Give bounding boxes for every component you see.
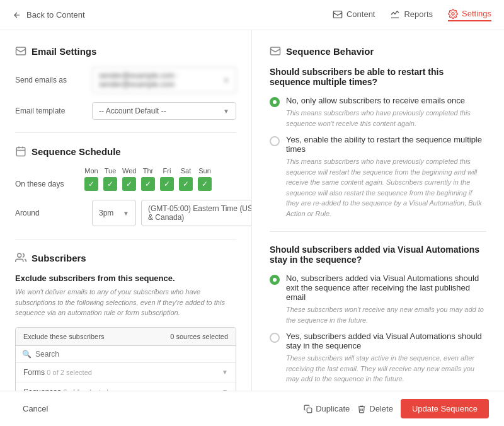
radio-va-stay-circle[interactable] (270, 333, 280, 343)
subscribers-title: Subscribers (32, 253, 86, 263)
subscribers-icon (15, 252, 26, 263)
days-row: On these days Mon Tue Wed Thr Fri Sat Su… (15, 167, 236, 191)
email-settings-title: Email Settings (32, 46, 96, 57)
nav-reports-label: Reports (404, 9, 433, 19)
search-icon: 🔍 (22, 350, 32, 359)
radio-no-restart-content: No, only allow subscribers to receive em… (286, 96, 486, 129)
left-panel: Email Settings Send emails as sender@exa… (0, 30, 252, 391)
send-emails-row: Send emails as sender@example.com · send… (15, 67, 236, 93)
radio-yes-restart-content: Yes, enable the ability to restart the s… (286, 135, 486, 219)
radio-va-exit-content: No, subscribers added via Visual Automat… (286, 273, 486, 325)
subscribers-section: Subscribers Exclude subscribers from thi… (15, 252, 236, 391)
day-label-wed: Wed (122, 167, 136, 175)
footer: Cancel Duplicate Delete Update Sequence (0, 391, 504, 426)
exclude-title: Exclude subscribers from this sequence. (15, 273, 236, 283)
duplicate-label: Duplicate (316, 404, 350, 413)
radio-option-va-stay[interactable]: Yes, subscribers added via Visual Automa… (270, 331, 486, 384)
email-icon (333, 9, 343, 20)
send-emails-select[interactable]: sender@example.com · sender@example.com … (92, 67, 236, 93)
around-selects: 3pm ▼ (GMT-05:00) Eastern Time (US & Can… (92, 200, 252, 226)
filter-forms-label: Forms 0 of 2 selected (23, 368, 92, 377)
right-panel: Sequence Behavior Should subscribers be … (252, 30, 504, 391)
back-button[interactable]: Back to Content (13, 10, 85, 20)
nav-settings[interactable]: Settings (448, 9, 491, 21)
day-label-sun: Sun (198, 167, 212, 175)
radio-no-restart-label: No, only allow subscribers to receive em… (286, 96, 486, 105)
duplicate-icon (304, 405, 312, 413)
sequence-schedule-title: Sequence Schedule (32, 146, 121, 157)
nav-settings-label: Settings (462, 9, 491, 18)
question2: Should subscribers added via Visual Auto… (270, 245, 486, 265)
svg-rect-5 (307, 408, 312, 413)
day-checkboxes: ✓ ✓ ✓ ✓ ✓ ✓ ✓ (84, 177, 212, 191)
send-emails-label: Send emails as (15, 76, 84, 84)
nav-content-label: Content (346, 9, 375, 19)
question1: Should subscribers be able to restart th… (270, 67, 486, 87)
delete-icon (357, 405, 366, 413)
footer-left: Cancel (15, 400, 55, 417)
day-label-thu: Thr (141, 167, 155, 175)
duplicate-button[interactable]: Duplicate (304, 404, 350, 413)
radio-va-stay-content: Yes, subscribers added via Visual Automa… (286, 331, 486, 384)
email-template-value: -- Account Default -- (99, 106, 166, 115)
exclude-box-header: Exclude these subscribers 0 sources sele… (16, 328, 236, 346)
exclude-desc: We won't deliver emails to any of your s… (15, 287, 236, 318)
around-row: Around 3pm ▼ (GMT-05:00) Eastern Time (U… (15, 200, 236, 226)
exclude-count: 0 sources selected (170, 333, 228, 340)
radio-va-exit-label: No, subscribers added via Visual Automat… (286, 273, 486, 302)
radio-option-no-restart[interactable]: No, only allow subscribers to receive em… (270, 96, 486, 129)
day-thu-checkbox[interactable]: ✓ (141, 177, 155, 191)
main-content: Email Settings Send emails as sender@exa… (0, 30, 504, 391)
around-label: Around (15, 209, 84, 217)
radio-va-exit-circle[interactable] (270, 275, 280, 285)
svg-point-3 (18, 253, 21, 257)
cancel-button[interactable]: Cancel (15, 400, 55, 417)
filter-sequences-label: Sequences 0 of 1 selected (23, 388, 108, 391)
svg-rect-0 (333, 11, 341, 18)
day-mon-checkbox[interactable]: ✓ (84, 177, 98, 191)
svg-rect-4 (271, 47, 280, 55)
exclude-box: Exclude these subscribers 0 sources sele… (15, 327, 236, 391)
radio-option-yes-restart[interactable]: Yes, enable the ability to restart the s… (270, 135, 486, 219)
delete-button[interactable]: Delete (357, 404, 393, 413)
time-value: 3pm (99, 209, 113, 217)
svg-rect-1 (16, 47, 26, 55)
nav-reports[interactable]: Reports (390, 9, 433, 21)
main-nav: Content Reports Settings (333, 9, 491, 21)
radio-no-restart-desc: This means subscribers who have previous… (286, 108, 486, 129)
radio-yes-restart-desc: This means subscribers who have previous… (286, 156, 486, 219)
timezone-select[interactable]: (GMT-05:00) Eastern Time (US & Canada) ▼ (141, 200, 252, 226)
calendar-icon (15, 146, 26, 157)
days-label: On these days (15, 167, 84, 188)
email-settings-icon (15, 45, 26, 57)
time-select[interactable]: 3pm ▼ (92, 200, 136, 226)
day-fri-checkbox[interactable]: ✓ (160, 177, 174, 191)
day-label-fri: Fri (160, 167, 174, 175)
day-sat-checkbox[interactable]: ✓ (179, 177, 193, 191)
radio-option-va-exit[interactable]: No, subscribers added via Visual Automat… (270, 273, 486, 325)
radio-va-stay-desc: These subscribers will stay active in th… (286, 353, 486, 384)
search-row: 🔍 (16, 346, 236, 363)
filter-forms[interactable]: Forms 0 of 2 selected ▼ (16, 363, 236, 383)
email-settings-header: Email Settings (15, 45, 236, 57)
day-label-sat: Sat (179, 167, 193, 175)
timezone-value: (GMT-05:00) Eastern Time (US & Canada) (148, 204, 252, 222)
radio-no-restart-circle[interactable] (270, 97, 280, 107)
email-template-row: Email template -- Account Default -- ▼ (15, 102, 236, 120)
radio-yes-restart-circle[interactable] (270, 136, 280, 146)
back-label: Back to Content (26, 10, 85, 20)
sequence-schedule-header: Sequence Schedule (15, 146, 236, 157)
svg-rect-2 (16, 147, 25, 156)
day-tue-checkbox[interactable]: ✓ (103, 177, 117, 191)
day-wed-checkbox[interactable]: ✓ (122, 177, 136, 191)
filter-sequences[interactable]: Sequences 0 of 1 selected ▼ (16, 383, 236, 391)
chevron-down-icon: ▼ (222, 369, 228, 376)
day-label-mon: Mon (84, 167, 98, 175)
day-sun-checkbox[interactable]: ✓ (198, 177, 212, 191)
update-sequence-button[interactable]: Update Sequence (401, 399, 489, 418)
chevron-down-icon: ▼ (222, 388, 228, 391)
email-template-select[interactable]: -- Account Default -- ▼ (92, 102, 236, 120)
radio-yes-restart-label: Yes, enable the ability to restart the s… (286, 135, 486, 154)
nav-content[interactable]: Content (333, 9, 375, 21)
search-input[interactable] (35, 350, 229, 359)
